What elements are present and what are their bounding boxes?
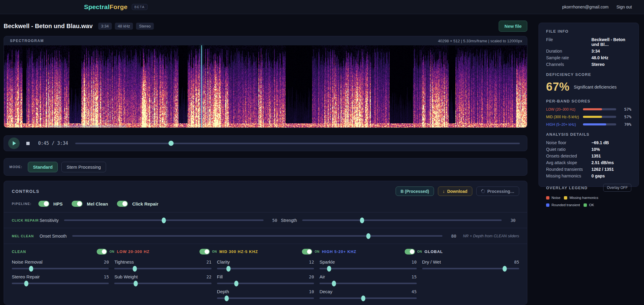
depth-value: 10 [309,289,314,294]
spectrogram-scrollbar[interactable] [49,125,126,127]
click-repair-row: CLICK REPAIR Sensitivity 50 Strength 30 [4,213,527,228]
analysis-details-title: ANALYSIS DETAILS [546,132,631,137]
playhead-line[interactable] [201,45,202,128]
click-repair-toggle[interactable] [117,201,128,207]
air-label: Air [319,274,325,279]
hps-toggle[interactable] [38,201,49,207]
decay-label: Decay [319,289,332,294]
sub-weight-slider[interactable] [114,283,211,284]
decay-thumb[interactable] [361,295,365,301]
clean-section-label: CLEAN [12,250,109,254]
seek-slider[interactable] [75,143,520,144]
spectrogram-image[interactable] [4,45,527,128]
fill-slider[interactable] [217,283,314,284]
mel-clean-toggle[interactable] [72,201,83,207]
download-label: Download [447,189,468,194]
analysis-row: Onsets detected1351 [546,154,631,158]
processing-button[interactable]: Processing… [476,187,519,196]
controls-header: CONTROLS B (Processed) ↓ Download Proces… [4,181,527,196]
clean-column-base: Noise Removal20 Stereo Repair15 [12,259,109,304]
file-label: File [546,37,591,47]
app-root: SpectralForge BETA pkorrrhonen@gmail.com… [0,0,644,305]
sub-weight-thumb[interactable] [134,281,138,286]
mode-stem-processing-button[interactable]: Stem Processing [61,162,106,172]
dry-wet-thumb[interactable] [503,266,507,271]
sub-weight-value: 22 [206,274,212,279]
sparkle-label: Sparkle [319,259,335,264]
top-bar: SpectralForge BETA pkorrrhonen@gmail.com… [0,0,644,14]
play-icon [13,141,16,145]
slider-air: Air15 [319,274,416,284]
samplerate-badge: 48 kHz [115,23,133,30]
decay-slider[interactable] [319,297,416,299]
sparkle-thumb[interactable] [327,266,331,271]
low-band-header: ON LOW 20-300 HZ [97,249,211,255]
fill-thumb[interactable] [234,281,238,286]
ok-legend-label: OK [589,203,594,207]
download-button[interactable]: ↓ Download [438,187,472,196]
tightness-thumb[interactable] [133,266,137,271]
seek-slider-thumb[interactable] [168,141,173,146]
per-band-row-low: LOW (20–300 Hz) 57% [546,107,631,112]
stereo-repair-thumb[interactable] [24,281,28,286]
slider-stereo-repair: Stereo Repair15 [12,274,109,284]
strength-slider[interactable] [302,219,502,221]
play-button[interactable] [8,138,20,149]
spectrogram-canvas-area[interactable] [4,45,527,128]
noise-removal-value: 20 [104,260,109,264]
spectrogram-title: SPECTROGRAM [10,39,44,43]
global-band-toggle[interactable] [405,249,415,255]
channels-label: Channels [546,62,591,67]
sparkle-slider[interactable] [319,268,416,269]
ok-swatch [584,203,587,207]
dry-wet-slider[interactable] [422,268,519,269]
time-display: 0:45 / 3:34 [38,141,68,146]
overlay-off-button[interactable]: Overlay OFF [603,184,631,192]
low-band-toggle[interactable] [97,249,107,255]
ab-processed-button[interactable]: B (Processed) [396,187,434,196]
mode-standard-button[interactable]: Standard [28,162,58,172]
noise-removal-thumb[interactable] [29,266,33,271]
high-score-bar [583,123,616,125]
deficiency-score: 67% [546,80,570,93]
legend-item-missing-harmonics: Missing harmonics [564,196,598,200]
missing-harmonics-value: 0 gaps [591,174,605,178]
quiet-ratio-value: 10% [591,147,600,152]
onset-smooth-slider[interactable] [72,235,442,237]
sensitivity-slider-thumb[interactable] [162,217,166,223]
onset-smooth-label: Onset Smooth [40,234,67,238]
per-band-section: PER-BAND SCORES LOW (20–300 Hz) 57% MID … [546,99,631,127]
global-band-on-label: ON [417,250,422,253]
tightness-slider[interactable] [114,268,211,269]
main-column: Beckwell - Beton und Blau.wav 3:34 48 kH… [4,14,527,305]
sign-out-link[interactable]: Sign out [616,5,632,9]
new-file-button[interactable]: New file [499,21,527,32]
air-thumb[interactable] [332,281,336,286]
slider-tightness: Tightness21 [114,259,211,269]
overlay-legend-section: OVERLAY LEGEND Overlay OFF Noise Missing… [546,184,631,207]
duration-value: 3:34 [591,49,600,54]
air-slider[interactable] [319,283,416,284]
rounded-transient-swatch [546,203,549,207]
controls-title: CONTROLS [12,189,39,194]
depth-thumb[interactable] [225,295,229,301]
onsets-detected-value: 1351 [591,154,601,158]
analysis-row: Avg attack slope2.51 dB/ms [546,160,631,165]
depth-slider[interactable] [217,297,314,299]
noise-removal-slider[interactable] [12,268,109,269]
clarity-thumb[interactable] [226,266,231,271]
missing-harmonics-legend-label: Missing harmonics [569,196,598,200]
strength-slider-thumb[interactable] [360,217,364,223]
high-band-toggle[interactable] [302,249,312,255]
mid-score-value: 57% [620,115,631,119]
stereo-repair-slider[interactable] [12,283,109,284]
mid-band-name: MID 300 HZ-5 KHZ [219,249,258,254]
stop-button[interactable] [26,142,30,145]
deficiency-section: DEFICIENCY SCORE 67% Significant deficie… [546,72,631,93]
mid-band-toggle[interactable] [199,249,210,255]
sparkle-value: 10 [412,260,417,264]
clarity-slider[interactable] [217,268,314,269]
high-score-value: 70% [620,122,631,127]
onset-smooth-slider-thumb[interactable] [366,233,371,239]
sensitivity-slider[interactable] [64,219,264,221]
